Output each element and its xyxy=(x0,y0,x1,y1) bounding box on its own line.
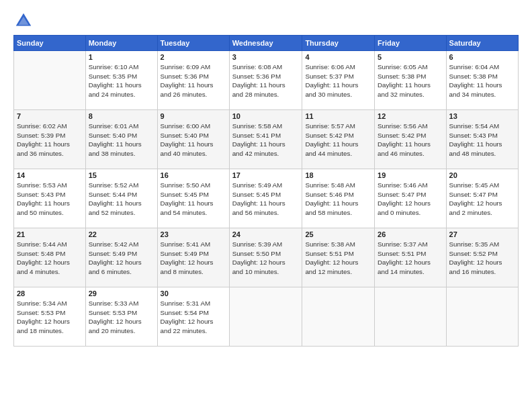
day-info: Sunrise: 5:56 AMSunset: 5:42 PMDaylight:… xyxy=(378,122,443,158)
day-number: 17 xyxy=(232,171,300,179)
calendar-cell xyxy=(14,51,86,110)
day-info: Sunrise: 6:08 AMSunset: 5:36 PMDaylight:… xyxy=(232,62,300,99)
day-number: 9 xyxy=(161,112,226,120)
header xyxy=(13,11,519,31)
day-info: Sunrise: 5:46 AMSunset: 5:47 PMDaylight:… xyxy=(378,181,443,218)
day-number: 20 xyxy=(449,171,515,179)
day-info: Sunrise: 5:54 AMSunset: 5:43 PMDaylight:… xyxy=(449,122,515,158)
calendar-week-row: 28Sunrise: 5:34 AMSunset: 5:53 PMDayligh… xyxy=(14,287,519,347)
day-number: 12 xyxy=(378,112,443,120)
calendar-cell: 3Sunrise: 6:08 AMSunset: 5:36 PMDaylight… xyxy=(229,51,302,110)
col-header-sunday: Sunday xyxy=(14,36,86,51)
day-info: Sunrise: 5:39 AMSunset: 5:50 PMDaylight:… xyxy=(232,240,300,277)
day-number: 30 xyxy=(161,289,226,298)
day-number: 4 xyxy=(305,53,371,61)
page-container: SundayMondayTuesdayWednesdayThursdayFrid… xyxy=(0,0,532,411)
calendar-cell xyxy=(302,287,375,347)
day-number: 1 xyxy=(89,53,154,61)
day-number: 6 xyxy=(449,53,515,61)
calendar-cell: 22Sunrise: 5:42 AMSunset: 5:49 PMDayligh… xyxy=(85,228,157,287)
calendar-cell: 11Sunrise: 5:57 AMSunset: 5:42 PMDayligh… xyxy=(302,110,375,169)
calendar-cell: 26Sunrise: 5:37 AMSunset: 5:51 PMDayligh… xyxy=(375,228,447,287)
calendar-cell: 19Sunrise: 5:46 AMSunset: 5:47 PMDayligh… xyxy=(375,169,447,228)
day-number: 28 xyxy=(17,289,83,298)
day-number: 29 xyxy=(89,289,154,298)
day-info: Sunrise: 5:37 AMSunset: 5:51 PMDaylight:… xyxy=(378,240,443,277)
day-number: 22 xyxy=(89,230,154,238)
calendar-week-row: 14Sunrise: 5:53 AMSunset: 5:43 PMDayligh… xyxy=(14,169,519,228)
day-info: Sunrise: 5:53 AMSunset: 5:43 PMDaylight:… xyxy=(17,181,83,218)
calendar-week-row: 7Sunrise: 6:02 AMSunset: 5:39 PMDaylight… xyxy=(14,110,519,169)
day-info: Sunrise: 5:41 AMSunset: 5:49 PMDaylight:… xyxy=(161,240,226,277)
day-number: 7 xyxy=(17,112,83,120)
day-number: 27 xyxy=(449,230,515,238)
day-number: 19 xyxy=(378,171,443,179)
logo-icon xyxy=(13,11,34,31)
day-number: 3 xyxy=(232,53,300,61)
calendar-table: SundayMondayTuesdayWednesdayThursdayFrid… xyxy=(13,35,519,347)
calendar-week-row: 1Sunrise: 6:10 AMSunset: 5:35 PMDaylight… xyxy=(14,51,519,110)
day-number: 16 xyxy=(161,171,226,179)
calendar-cell: 5Sunrise: 6:05 AMSunset: 5:38 PMDaylight… xyxy=(375,51,447,110)
calendar-cell: 29Sunrise: 5:33 AMSunset: 5:53 PMDayligh… xyxy=(85,287,157,347)
calendar-cell: 16Sunrise: 5:50 AMSunset: 5:45 PMDayligh… xyxy=(157,169,229,228)
day-info: Sunrise: 5:34 AMSunset: 5:53 PMDaylight:… xyxy=(17,299,83,336)
calendar-cell: 30Sunrise: 5:31 AMSunset: 5:54 PMDayligh… xyxy=(157,287,229,347)
day-info: Sunrise: 5:58 AMSunset: 5:41 PMDaylight:… xyxy=(232,122,300,158)
day-info: Sunrise: 5:35 AMSunset: 5:52 PMDaylight:… xyxy=(449,240,515,277)
calendar-cell: 7Sunrise: 6:02 AMSunset: 5:39 PMDaylight… xyxy=(14,110,86,169)
day-number: 18 xyxy=(305,171,371,179)
col-header-wednesday: Wednesday xyxy=(229,36,302,51)
calendar-cell xyxy=(229,287,302,347)
day-info: Sunrise: 5:45 AMSunset: 5:47 PMDaylight:… xyxy=(449,181,515,218)
day-number: 26 xyxy=(378,230,443,238)
day-number: 8 xyxy=(89,112,154,120)
day-number: 11 xyxy=(305,112,371,120)
day-number: 14 xyxy=(17,171,83,179)
day-info: Sunrise: 5:42 AMSunset: 5:49 PMDaylight:… xyxy=(89,240,154,277)
calendar-cell: 9Sunrise: 6:00 AMSunset: 5:40 PMDaylight… xyxy=(157,110,229,169)
calendar-cell: 10Sunrise: 5:58 AMSunset: 5:41 PMDayligh… xyxy=(229,110,302,169)
day-info: Sunrise: 5:50 AMSunset: 5:45 PMDaylight:… xyxy=(161,181,226,218)
calendar-cell: 6Sunrise: 6:04 AMSunset: 5:38 PMDaylight… xyxy=(446,51,518,110)
day-info: Sunrise: 5:49 AMSunset: 5:45 PMDaylight:… xyxy=(232,181,300,218)
col-header-saturday: Saturday xyxy=(446,36,518,51)
day-info: Sunrise: 6:01 AMSunset: 5:40 PMDaylight:… xyxy=(89,122,154,158)
col-header-monday: Monday xyxy=(85,36,157,51)
calendar-cell xyxy=(375,287,447,347)
day-number: 10 xyxy=(232,112,300,120)
day-info: Sunrise: 5:33 AMSunset: 5:53 PMDaylight:… xyxy=(89,299,154,336)
day-info: Sunrise: 5:44 AMSunset: 5:48 PMDaylight:… xyxy=(17,240,83,277)
day-info: Sunrise: 6:04 AMSunset: 5:38 PMDaylight:… xyxy=(449,62,515,99)
calendar-cell: 27Sunrise: 5:35 AMSunset: 5:52 PMDayligh… xyxy=(446,228,518,287)
day-info: Sunrise: 5:38 AMSunset: 5:51 PMDaylight:… xyxy=(305,240,371,277)
col-header-thursday: Thursday xyxy=(302,36,375,51)
calendar-cell: 18Sunrise: 5:48 AMSunset: 5:46 PMDayligh… xyxy=(302,169,375,228)
logo xyxy=(13,11,36,31)
calendar-cell: 2Sunrise: 6:09 AMSunset: 5:36 PMDaylight… xyxy=(157,51,229,110)
day-number: 21 xyxy=(17,230,83,238)
day-info: Sunrise: 6:09 AMSunset: 5:36 PMDaylight:… xyxy=(161,62,226,99)
day-info: Sunrise: 6:05 AMSunset: 5:38 PMDaylight:… xyxy=(378,62,443,99)
day-info: Sunrise: 6:00 AMSunset: 5:40 PMDaylight:… xyxy=(161,122,226,158)
day-info: Sunrise: 6:02 AMSunset: 5:39 PMDaylight:… xyxy=(17,122,83,158)
day-number: 25 xyxy=(305,230,371,238)
calendar-cell: 20Sunrise: 5:45 AMSunset: 5:47 PMDayligh… xyxy=(446,169,518,228)
calendar-cell: 17Sunrise: 5:49 AMSunset: 5:45 PMDayligh… xyxy=(229,169,302,228)
calendar-cell: 12Sunrise: 5:56 AMSunset: 5:42 PMDayligh… xyxy=(375,110,447,169)
calendar-cell: 21Sunrise: 5:44 AMSunset: 5:48 PMDayligh… xyxy=(14,228,86,287)
day-info: Sunrise: 5:57 AMSunset: 5:42 PMDaylight:… xyxy=(305,122,371,158)
day-number: 5 xyxy=(378,53,443,61)
calendar-cell: 14Sunrise: 5:53 AMSunset: 5:43 PMDayligh… xyxy=(14,169,86,228)
day-info: Sunrise: 6:10 AMSunset: 5:35 PMDaylight:… xyxy=(89,62,154,99)
calendar-cell: 25Sunrise: 5:38 AMSunset: 5:51 PMDayligh… xyxy=(302,228,375,287)
calendar-cell: 24Sunrise: 5:39 AMSunset: 5:50 PMDayligh… xyxy=(229,228,302,287)
day-number: 13 xyxy=(449,112,515,120)
day-info: Sunrise: 5:52 AMSunset: 5:44 PMDaylight:… xyxy=(89,181,154,218)
calendar-cell: 15Sunrise: 5:52 AMSunset: 5:44 PMDayligh… xyxy=(85,169,157,228)
calendar-cell: 4Sunrise: 6:06 AMSunset: 5:37 PMDaylight… xyxy=(302,51,375,110)
calendar-header-row: SundayMondayTuesdayWednesdayThursdayFrid… xyxy=(14,36,519,51)
calendar-cell: 23Sunrise: 5:41 AMSunset: 5:49 PMDayligh… xyxy=(157,228,229,287)
calendar-week-row: 21Sunrise: 5:44 AMSunset: 5:48 PMDayligh… xyxy=(14,228,519,287)
day-number: 15 xyxy=(89,171,154,179)
